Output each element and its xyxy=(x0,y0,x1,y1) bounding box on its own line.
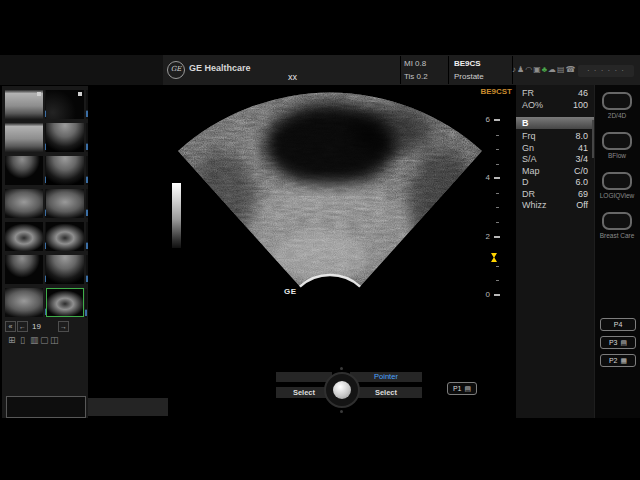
select-key-right[interactable]: Select xyxy=(350,387,422,398)
print-key-p2[interactable]: P2 ▦ xyxy=(600,354,636,367)
thumbnail[interactable] xyxy=(5,222,43,251)
grayscale-bar xyxy=(172,183,181,248)
thumbnail[interactable] xyxy=(46,255,84,284)
exam-preset[interactable]: Prostate xyxy=(454,72,484,81)
print-key-p4[interactable]: P4 xyxy=(600,318,636,331)
thumbnail[interactable] xyxy=(46,189,84,218)
param-label: AO% xyxy=(522,100,543,112)
ruler-label: 6 xyxy=(474,116,490,124)
brand-label: GE Healthcare xyxy=(189,63,251,73)
soft-button-bflow[interactable] xyxy=(602,132,632,150)
thumbnail[interactable] xyxy=(46,156,84,185)
phone-icon: ☎ xyxy=(566,63,576,77)
probe-name[interactable]: BE9CS xyxy=(454,59,481,68)
print-doc-icon: ▤ xyxy=(620,339,627,347)
param-row-dr[interactable]: DR 69 xyxy=(516,189,594,201)
thumbnail-selected[interactable] xyxy=(46,288,84,317)
tis-readout: Tis 0.2 xyxy=(404,72,428,81)
monitor-icon[interactable]: ▢ xyxy=(40,334,49,346)
speaker-icon: ♪ xyxy=(512,63,516,77)
clipboard-next-page-button[interactable]: → xyxy=(58,321,69,332)
ge-logo-icon: GE xyxy=(167,61,185,79)
printer-small-icon: ▦ xyxy=(620,357,627,365)
network-icon: ♣ xyxy=(542,63,547,77)
param-value: 69 xyxy=(578,189,588,201)
ruler-tick xyxy=(494,236,500,238)
ruler-minor-tick xyxy=(496,135,499,136)
mode-header[interactable]: B xyxy=(516,117,594,129)
clipboard-prev-page-button[interactable]: ← xyxy=(17,321,28,332)
clipboard-page-number: 19 xyxy=(32,322,41,331)
thumbnail[interactable] xyxy=(5,288,43,317)
divider xyxy=(448,56,449,84)
ultrasound-screen: GE GE Healthcare xx MI 0.8 Tis 0.2 BE9CS… xyxy=(0,0,640,480)
param-label: Frq xyxy=(522,131,536,143)
trackball[interactable] xyxy=(333,381,351,399)
soft-button-breastcare-label: Breast Care xyxy=(594,232,640,239)
param-row-map[interactable]: Map C/0 xyxy=(516,166,594,178)
status-footer-box xyxy=(88,398,168,416)
param-value: 46 xyxy=(578,88,588,100)
p1-label: P1 xyxy=(453,385,462,392)
export-icon[interactable]: ◫ xyxy=(50,334,59,346)
thumbnail[interactable] xyxy=(46,222,84,251)
user-icon: ♟ xyxy=(517,63,524,77)
image-display-area: BE9CST GE 6 4 2 0 xyxy=(170,85,525,418)
param-label: Whizz xyxy=(522,200,547,212)
ruler-minor-tick xyxy=(496,164,499,165)
thumbnail[interactable] xyxy=(5,123,43,152)
param-value: 41 xyxy=(578,143,588,155)
lock-icon: ▣ xyxy=(533,63,541,77)
ruler-tick xyxy=(494,177,500,179)
wifi-icon: ◠ xyxy=(525,63,532,77)
trash-icon[interactable]: ▯ xyxy=(20,334,25,346)
grid-view-icon[interactable]: ⊞ xyxy=(8,334,16,346)
ruler-label: 4 xyxy=(474,174,490,182)
print-key-p3[interactable]: P3 ▤ xyxy=(600,336,636,349)
p3-label: P3 xyxy=(609,339,618,346)
ultrasound-fan-image xyxy=(170,85,525,418)
patient-id[interactable]: xx xyxy=(288,72,297,82)
thumbnail[interactable] xyxy=(5,189,43,218)
param-row-d[interactable]: D 6.0 xyxy=(516,177,594,189)
ruler-label: 2 xyxy=(474,233,490,241)
soft-button-2d4d[interactable] xyxy=(602,92,632,110)
param-value: 3/4 xyxy=(575,154,588,166)
soft-button-2d4d-label: 2D/4D xyxy=(594,112,640,119)
param-row-sa[interactable]: S/A 3/4 xyxy=(516,154,594,166)
soft-button-breastcare[interactable] xyxy=(602,212,632,230)
ge-watermark: GE xyxy=(284,287,297,296)
thumbnail[interactable] xyxy=(46,90,84,119)
trackball-key-top-left[interactable] xyxy=(276,372,332,382)
param-label: D xyxy=(522,177,529,189)
pointer-key[interactable]: Pointer xyxy=(350,372,422,382)
ruler-tick xyxy=(494,119,500,121)
ruler-minor-tick xyxy=(496,207,499,208)
thumbnail[interactable] xyxy=(5,156,43,185)
printer-icon: ▤ xyxy=(557,63,565,77)
thumbnail[interactable] xyxy=(46,123,84,152)
status-icon-row: ♪ ♟ ◠ ▣ ♣ ☁ ▤ ☎ xyxy=(512,63,574,77)
param-row-whizz[interactable]: Whizz Off xyxy=(516,200,594,212)
ruler-minor-tick xyxy=(496,193,499,194)
clipboard-first-page-button[interactable]: « xyxy=(5,321,16,332)
trackball-tick xyxy=(340,410,343,413)
param-value: 8.0 xyxy=(575,131,588,143)
ruler-minor-tick xyxy=(496,280,499,281)
save-icon[interactable]: ▥ xyxy=(30,334,39,346)
soft-button-logiqview[interactable] xyxy=(602,172,632,190)
print-target-icon: ▤ xyxy=(464,385,471,393)
param-value: Off xyxy=(576,200,588,212)
ruler-minor-tick xyxy=(496,222,499,223)
thumbnail[interactable] xyxy=(5,255,43,284)
print-key-p1[interactable]: P1 ▤ xyxy=(447,382,477,395)
param-row-frq[interactable]: Frq 8.0 xyxy=(516,131,594,143)
ruler-tick xyxy=(494,294,500,296)
param-row-gn[interactable]: Gn 41 xyxy=(516,143,594,155)
param-label: Map xyxy=(522,166,540,178)
overflow-menu-button[interactable]: · · · · · · xyxy=(578,65,634,77)
parameter-panel: FR 46 AO% 100 B Frq 8.0 Gn 41 S/A 3/4 Ma… xyxy=(516,85,594,418)
clipboard-empty-slot xyxy=(6,396,86,418)
cloud-icon: ☁ xyxy=(548,63,556,77)
thumbnail[interactable] xyxy=(5,90,43,119)
